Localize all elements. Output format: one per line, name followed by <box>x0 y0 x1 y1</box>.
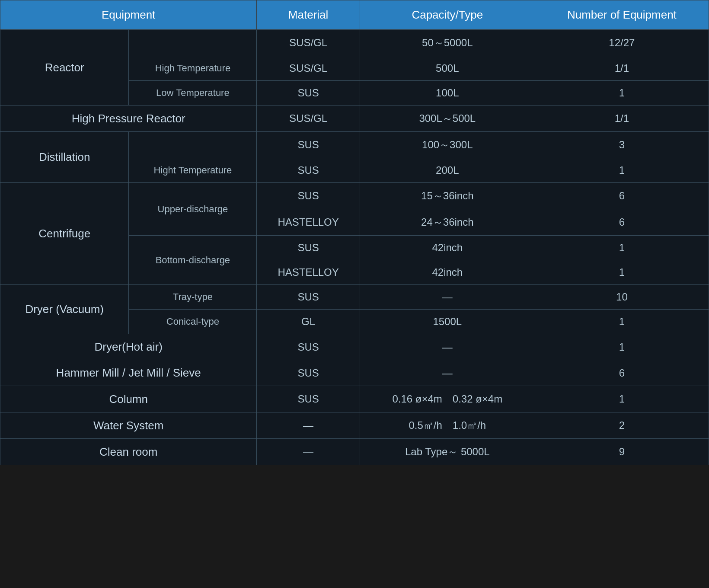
centrifuge-bd2-material: HASTELLOY <box>257 260 360 285</box>
table-row: Water System — 0.5㎥/h 1.0㎥/h 2 <box>0 412 709 439</box>
centrifuge-category: Centrifuge <box>0 183 129 285</box>
reactor-low-material: SUS <box>257 81 360 105</box>
column-number: 1 <box>535 386 709 412</box>
distillation-category: Distillation <box>0 132 129 183</box>
table-row: Hammer Mill / Jet Mill / Sieve SUS — 6 <box>0 360 709 386</box>
distillation-number-1: 3 <box>535 132 709 158</box>
dryer-hot-number: 1 <box>535 334 709 360</box>
reactor-high-temp: High Temperature <box>129 56 257 81</box>
distillation-high-capacity: 200L <box>360 158 535 183</box>
high-pressure-category: High Pressure Reactor <box>0 105 257 132</box>
clean-room-material: — <box>257 439 360 465</box>
centrifuge-bd1-number: 1 <box>535 236 709 260</box>
dryer-tray-capacity: — <box>360 285 535 310</box>
reactor-low-temp: Low Temperature <box>129 81 257 105</box>
dryer-conical-capacity: 1500L <box>360 310 535 334</box>
centrifuge-ud1-capacity: 15～36inch <box>360 183 535 209</box>
high-pressure-number: 1/1 <box>535 105 709 132</box>
clean-room-capacity: Lab Type～ 5000L <box>360 439 535 465</box>
dryer-conical-type: Conical-type <box>129 310 257 334</box>
centrifuge-ud2-material: HASTELLOY <box>257 209 360 236</box>
table-row: Dryer(Hot air) SUS — 1 <box>0 334 709 360</box>
centrifuge-bd1-material: SUS <box>257 236 360 260</box>
reactor-number-1: 12/27 <box>535 30 709 56</box>
equipment-table: Equipment Material Capacity/Type Number … <box>0 0 709 465</box>
table-row: Clean room — Lab Type～ 5000L 9 <box>0 439 709 465</box>
water-system-category: Water System <box>0 412 257 439</box>
table-row: Distillation SUS 100～300L 3 <box>0 132 709 158</box>
hammer-mill-material: SUS <box>257 360 360 386</box>
dryer-vacuum-category: Dryer (Vacuum) <box>0 285 129 334</box>
centrifuge-ud1-number: 6 <box>535 183 709 209</box>
dryer-tray-number: 10 <box>535 285 709 310</box>
dryer-hot-material: SUS <box>257 334 360 360</box>
centrifuge-ud1-material: SUS <box>257 183 360 209</box>
distillation-high-material: SUS <box>257 158 360 183</box>
dryer-tray-type: Tray-type <box>129 285 257 310</box>
reactor-category: Reactor <box>0 30 129 105</box>
centrifuge-ud2-capacity: 24～36inch <box>360 209 535 236</box>
high-pressure-material: SUS/GL <box>257 105 360 132</box>
clean-room-category: Clean room <box>0 439 257 465</box>
dryer-hot-air-category: Dryer(Hot air) <box>0 334 257 360</box>
reactor-high-capacity: 500L <box>360 56 535 81</box>
water-system-capacity: 0.5㎥/h 1.0㎥/h <box>360 412 535 439</box>
distillation-material-1: SUS <box>257 132 360 158</box>
reactor-low-number: 1 <box>535 81 709 105</box>
water-system-number: 2 <box>535 412 709 439</box>
centrifuge-bd1-capacity: 42inch <box>360 236 535 260</box>
dryer-conical-material: GL <box>257 310 360 334</box>
table-row: Reactor SUS/GL 50～5000L 12/27 <box>0 30 709 56</box>
table-row: Dryer (Vacuum) Tray-type SUS — 10 <box>0 285 709 310</box>
header-material: Material <box>257 0 360 30</box>
reactor-high-number: 1/1 <box>535 56 709 81</box>
dryer-tray-material: SUS <box>257 285 360 310</box>
header-number: Number of Equipment <box>535 0 709 30</box>
high-pressure-capacity: 300L～500L <box>360 105 535 132</box>
reactor-capacity-1: 50～5000L <box>360 30 535 56</box>
reactor-sub-empty <box>129 30 257 56</box>
table-row: High Pressure Reactor SUS/GL 300L～500L 1… <box>0 105 709 132</box>
hammer-mill-category: Hammer Mill / Jet Mill / Sieve <box>0 360 257 386</box>
distillation-sub-empty <box>129 132 257 158</box>
dryer-hot-capacity: — <box>360 334 535 360</box>
header-capacity: Capacity/Type <box>360 0 535 30</box>
column-category: Column <box>0 386 257 412</box>
clean-room-number: 9 <box>535 439 709 465</box>
table-row: Column SUS 0.16 ø×4m 0.32 ø×4m 1 <box>0 386 709 412</box>
column-capacity: 0.16 ø×4m 0.32 ø×4m <box>360 386 535 412</box>
column-material: SUS <box>257 386 360 412</box>
reactor-low-capacity: 100L <box>360 81 535 105</box>
reactor-material-1: SUS/GL <box>257 30 360 56</box>
reactor-high-material: SUS/GL <box>257 56 360 81</box>
hammer-mill-number: 6 <box>535 360 709 386</box>
distillation-high-number: 1 <box>535 158 709 183</box>
centrifuge-bd2-capacity: 42inch <box>360 260 535 285</box>
distillation-high-temp: Hight Temperature <box>129 158 257 183</box>
centrifuge-upper-discharge: Upper-discharge <box>129 183 257 236</box>
table-row: Centrifuge Upper-discharge SUS 15～36inch… <box>0 183 709 209</box>
dryer-conical-number: 1 <box>535 310 709 334</box>
centrifuge-ud2-number: 6 <box>535 209 709 236</box>
distillation-capacity-1: 100～300L <box>360 132 535 158</box>
header-equipment: Equipment <box>0 0 257 30</box>
water-system-material: — <box>257 412 360 439</box>
hammer-mill-capacity: — <box>360 360 535 386</box>
centrifuge-bd2-number: 1 <box>535 260 709 285</box>
centrifuge-bottom-discharge: Bottom-discharge <box>129 236 257 285</box>
